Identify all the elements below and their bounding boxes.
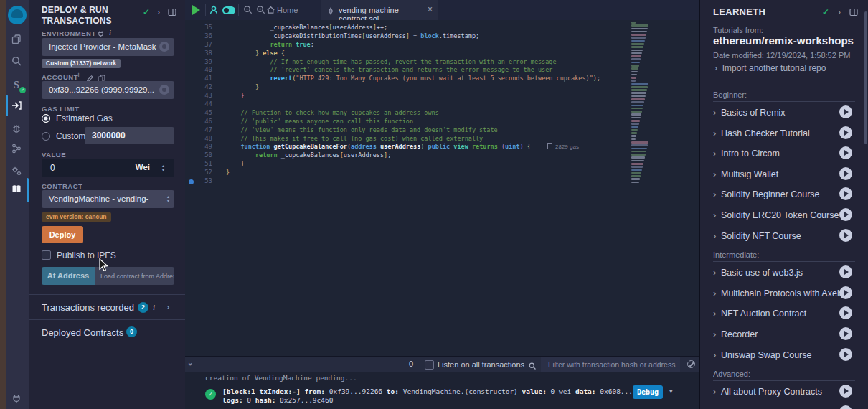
file-explorer-icon[interactable] (11, 34, 24, 47)
deploy-run-icon[interactable] (11, 100, 24, 113)
tutorial-item[interactable]: ›Multichain Protocols with Axelar (713, 283, 855, 304)
play-circle-icon[interactable] (839, 187, 852, 200)
environment-select[interactable]: Injected Provider - MetaMask (42, 38, 174, 56)
add-account-icon[interactable]: + (76, 70, 81, 80)
custom-gas-radio[interactable] (42, 132, 50, 141)
learneth-book-icon[interactable] (11, 183, 24, 196)
play-circle-icon[interactable] (839, 405, 852, 409)
solidity-compiler-icon[interactable]: S✓ (11, 79, 24, 92)
breakpoint-dot[interactable] (189, 179, 194, 184)
account-copy-circle[interactable] (159, 85, 169, 95)
panel-collapse-icon[interactable]: › (157, 7, 160, 17)
account-select[interactable]: 0xf39...92266 (9999.99929... (42, 81, 174, 99)
line-number[interactable]: 41 (185, 75, 212, 83)
play-circle-icon[interactable] (839, 385, 852, 398)
play-circle-icon[interactable] (839, 327, 852, 340)
tutorial-item[interactable]: ›Basic use of web3.js (713, 263, 855, 283)
tutorial-item[interactable]: ›Basics of Remix (713, 103, 855, 123)
learneth-collapse-icon[interactable]: › (838, 7, 841, 17)
source-control-icon[interactable] (11, 143, 24, 156)
zoom-out-icon[interactable] (242, 4, 253, 18)
learneth-pin-icon[interactable] (849, 8, 858, 19)
line-number[interactable]: 39 (185, 58, 212, 67)
run-script-play-icon[interactable] (192, 5, 200, 15)
contract-select[interactable]: VendingMachine - vending-machin▴▾ (42, 190, 174, 208)
value-input[interactable]: 0 Wei ▴▾ (42, 159, 174, 177)
line-number[interactable]: 44 (185, 100, 212, 109)
line-number[interactable]: 36 (185, 32, 212, 41)
home-icon[interactable] (265, 4, 276, 18)
environment-settings-circle[interactable] (159, 42, 169, 52)
remix-logo[interactable] (8, 6, 27, 24)
debugger-icon[interactable] (11, 123, 24, 136)
remix-ai-assistant-icon[interactable] (208, 4, 220, 19)
tutorial-item[interactable]: ›Hash Checker Tutorial (713, 123, 855, 144)
at-address-button[interactable]: At Address (42, 267, 95, 285)
line-number[interactable]: 50 (185, 151, 212, 160)
tutorial-item[interactable]: ›Multisig Wallet (713, 164, 855, 185)
code-editor[interactable]: 35 _cupcakeBalances[userAddress]++;36 _c… (185, 20, 699, 347)
line-number[interactable]: 37 (185, 41, 212, 50)
tutorial-item[interactable]: ›Recorder (713, 324, 855, 345)
expand-terminal-icon[interactable]: ›› (187, 362, 194, 365)
play-circle-icon[interactable] (839, 208, 852, 221)
tutorial-item[interactable]: ›Solidity ERC20 Token Course (713, 205, 855, 226)
search-icon[interactable] (11, 55, 24, 68)
line-number[interactable]: 40 (185, 66, 212, 75)
import-repo-row[interactable]: › Import another tutorial repo (714, 63, 826, 73)
zoom-in-icon[interactable] (255, 4, 266, 18)
line-number[interactable]: 35 (185, 24, 212, 32)
panel-pin-icon[interactable] (168, 8, 176, 19)
line-number[interactable]: 52 (185, 169, 212, 177)
play-circle-icon[interactable] (839, 146, 852, 159)
line-number[interactable]: 48 (185, 135, 212, 144)
tx-expand-chevron-icon[interactable]: ▾ (669, 387, 674, 396)
terminal-log[interactable]: creation of VendingMachine pending... ✓ … (185, 372, 699, 409)
tutorial-item[interactable]: ›Uniswap Swap Course (713, 345, 855, 366)
tutorial-item[interactable]: ›NFT Auction Contract (713, 304, 855, 324)
play-circle-icon[interactable] (839, 105, 852, 118)
tutorial-item[interactable]: ›Solidity NFT Course (713, 226, 855, 247)
transactions-expand-icon[interactable]: › (166, 301, 169, 312)
line-number[interactable]: 49 (185, 143, 212, 151)
deploy-button[interactable]: Deploy (42, 226, 83, 243)
play-circle-icon[interactable] (839, 265, 852, 278)
line-number[interactable]: 47 (185, 126, 212, 135)
value-unit[interactable]: Wei (136, 163, 150, 171)
debug-button[interactable]: Debug (633, 385, 663, 399)
line-number[interactable]: 46 (185, 118, 212, 126)
play-circle-icon[interactable] (839, 229, 852, 242)
tutorial-item[interactable]: ›Solidity Beginner Course (713, 184, 855, 205)
close-tab-icon[interactable]: × (428, 4, 433, 14)
play-circle-icon[interactable] (839, 286, 852, 299)
play-circle-icon[interactable] (839, 126, 852, 139)
clear-console-icon[interactable] (687, 360, 695, 368)
value-unit-stepper[interactable]: ▴▾ (162, 164, 164, 172)
line-number[interactable]: 45 (185, 109, 212, 118)
tutorial-item[interactable]: ›Intro to Circom (713, 144, 855, 164)
settings-gears-icon[interactable] (11, 165, 24, 178)
publish-ipfs-checkbox[interactable] (42, 250, 51, 260)
environment-info-icon[interactable]: i (109, 28, 111, 37)
terminal-filter-input[interactable] (541, 357, 680, 372)
learneth-scrollbar[interactable] (864, 11, 867, 144)
line-number[interactable]: 51 (185, 160, 212, 169)
ai-copilot-toggle[interactable] (222, 6, 235, 14)
estimated-gas-radio[interactable] (42, 114, 50, 123)
line-number[interactable]: 43 (185, 92, 212, 100)
line-number[interactable]: 42 (185, 83, 212, 92)
play-circle-icon[interactable] (839, 306, 852, 319)
custom-gas-input[interactable]: 3000000 (85, 127, 174, 144)
tutorial-item[interactable]: ›All about Proxy Contracts (713, 382, 855, 403)
file-tab[interactable]: vending-machine-contract.sol × (321, 0, 438, 20)
code-text: } (226, 160, 245, 167)
home-tab-label[interactable]: Home (277, 6, 298, 14)
play-circle-icon[interactable] (839, 167, 852, 180)
tutorial-item[interactable]: ›Deploy with Libraries (713, 403, 855, 409)
play-circle-icon[interactable] (839, 348, 852, 361)
minimap[interactable] (631, 22, 650, 184)
plugin-manager-plug-icon[interactable] (11, 393, 24, 406)
transactions-info-icon[interactable]: i (153, 303, 155, 311)
listen-all-transactions-checkbox[interactable] (425, 360, 434, 370)
line-number[interactable]: 38 (185, 50, 212, 58)
